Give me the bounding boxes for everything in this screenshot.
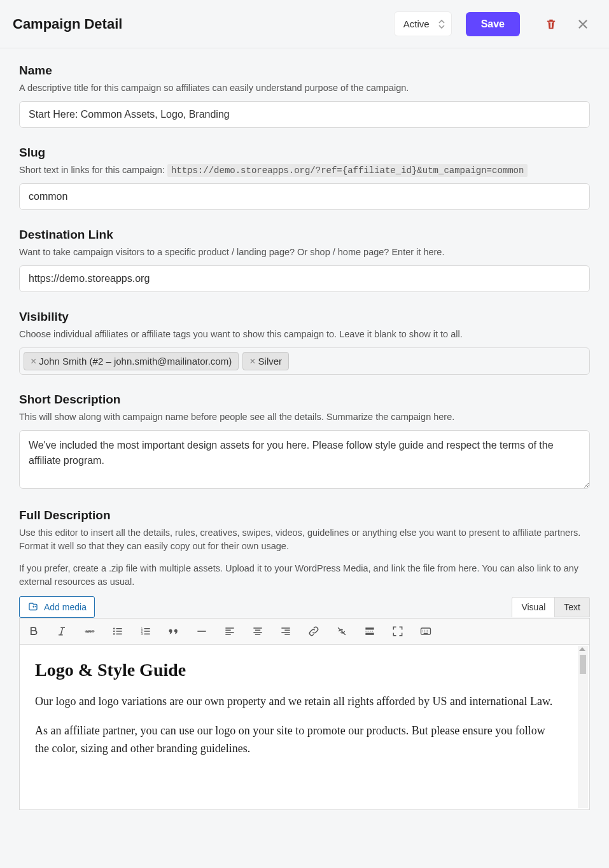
visibility-tag[interactable]: ×John Smith (#2 – john.smith@mailinator.…: [24, 352, 239, 370]
editor-toolbar: ABC 123: [19, 618, 590, 645]
chevron-updown-icon: [438, 20, 445, 29]
close-icon: [576, 17, 590, 31]
close-button[interactable]: [573, 15, 592, 34]
full-desc-help1: Use this editor to insert all the detail…: [19, 526, 590, 553]
short-desc-help: This will show along with campaign name …: [19, 410, 590, 424]
unlink-button[interactable]: [334, 624, 349, 639]
link-icon: [307, 625, 320, 638]
full-desc-help2: If you prefer, create a .zip file with m…: [19, 562, 590, 589]
slug-help: Short text in links for this campaign: h…: [19, 164, 590, 177]
svg-point-0: [35, 606, 36, 608]
svg-point-4: [113, 631, 115, 633]
slug-input[interactable]: [19, 183, 590, 210]
status-value: Active: [403, 18, 430, 29]
blockquote-button[interactable]: [166, 624, 181, 639]
editor-scrollbar[interactable]: [578, 646, 588, 808]
svg-text:3: 3: [141, 632, 143, 636]
field-slug: Slug Short text in links for this campai…: [19, 146, 590, 210]
bullet-list-button[interactable]: [110, 624, 125, 639]
quote-icon: [167, 625, 180, 638]
numbered-list-button[interactable]: 123: [138, 624, 153, 639]
strikethrough-icon: ABC: [83, 625, 96, 638]
fullscreen-button[interactable]: [390, 624, 405, 639]
keyboard-icon: [419, 625, 432, 638]
svg-rect-11: [365, 633, 374, 635]
save-button[interactable]: Save: [466, 12, 520, 36]
align-right-icon: [279, 625, 292, 638]
tag-remove-icon[interactable]: ×: [249, 356, 255, 367]
svg-rect-10: [365, 628, 374, 630]
align-right-button[interactable]: [278, 624, 293, 639]
status-select[interactable]: Active: [394, 11, 452, 36]
content-paragraph: As an affiliate partner, you can use our…: [35, 722, 561, 758]
short-desc-input[interactable]: [19, 430, 590, 489]
svg-point-5: [113, 633, 115, 635]
numbered-list-icon: 123: [139, 625, 152, 638]
fullscreen-icon: [391, 625, 404, 638]
delete-button[interactable]: [542, 15, 561, 34]
destination-input[interactable]: [19, 265, 590, 292]
align-left-icon: [223, 625, 236, 638]
italic-icon: [55, 625, 68, 638]
media-icon: [27, 601, 39, 613]
hr-button[interactable]: [194, 624, 209, 639]
trash-icon: [544, 17, 558, 31]
field-name: Name A descriptive title for this campai…: [19, 64, 590, 128]
hr-icon: [195, 625, 208, 638]
bold-icon: [27, 625, 40, 638]
strikethrough-button[interactable]: ABC: [82, 624, 97, 639]
full-desc-label: Full Description: [19, 508, 590, 522]
page-title: Campaign Detail: [13, 16, 122, 32]
add-media-button[interactable]: Add media: [19, 596, 95, 618]
editor-tabs: Visual Text: [512, 597, 590, 617]
field-visibility: Visibility Choose individual affiliates …: [19, 310, 590, 375]
align-center-button[interactable]: [250, 624, 265, 639]
tab-visual[interactable]: Visual: [512, 597, 555, 617]
content-heading: Logo & Style Guide: [35, 660, 561, 680]
content-paragraph: Our logo and logo variations are our own…: [35, 693, 561, 711]
field-destination: Destination Link Want to take campaign v…: [19, 228, 590, 292]
name-label: Name: [19, 64, 590, 78]
header: Campaign Detail Active Save: [0, 0, 609, 48]
visibility-tag[interactable]: ×Silver: [242, 352, 289, 370]
destination-help: Want to take campaign visitors to a spec…: [19, 246, 590, 259]
name-help: A descriptive title for this campaign so…: [19, 81, 590, 95]
tab-text[interactable]: Text: [555, 597, 590, 617]
field-full-description: Full Description Use this editor to inse…: [19, 508, 590, 589]
unlink-icon: [335, 625, 348, 638]
editor-content[interactable]: Logo & Style Guide Our logo and logo var…: [19, 645, 590, 810]
visibility-help: Choose individual affiliates or affiliat…: [19, 328, 590, 341]
svg-point-3: [113, 628, 115, 630]
toolbar-toggle-button[interactable]: [418, 624, 433, 639]
align-center-icon: [251, 625, 264, 638]
bullet-list-icon: [111, 625, 124, 638]
link-button[interactable]: [306, 624, 321, 639]
short-desc-label: Short Description: [19, 393, 590, 407]
align-left-button[interactable]: [222, 624, 237, 639]
visibility-label: Visibility: [19, 310, 590, 324]
readmore-button[interactable]: [362, 624, 377, 639]
field-short-description: Short Description This will show along w…: [19, 393, 590, 491]
italic-button[interactable]: [54, 624, 69, 639]
editor-top-bar: Add media Visual Text: [19, 596, 590, 618]
slug-label: Slug: [19, 146, 590, 160]
visibility-input[interactable]: ×John Smith (#2 – john.smith@mailinator.…: [19, 347, 590, 375]
destination-label: Destination Link: [19, 228, 590, 242]
slug-url-example: https://demo.storeapps.org/?ref={affilia…: [167, 164, 528, 177]
bold-button[interactable]: [26, 624, 41, 639]
slug-help-prefix: Short text in links for this campaign:: [19, 165, 167, 175]
name-input[interactable]: [19, 101, 590, 128]
readmore-icon: [363, 625, 376, 638]
tag-remove-icon[interactable]: ×: [31, 356, 36, 367]
